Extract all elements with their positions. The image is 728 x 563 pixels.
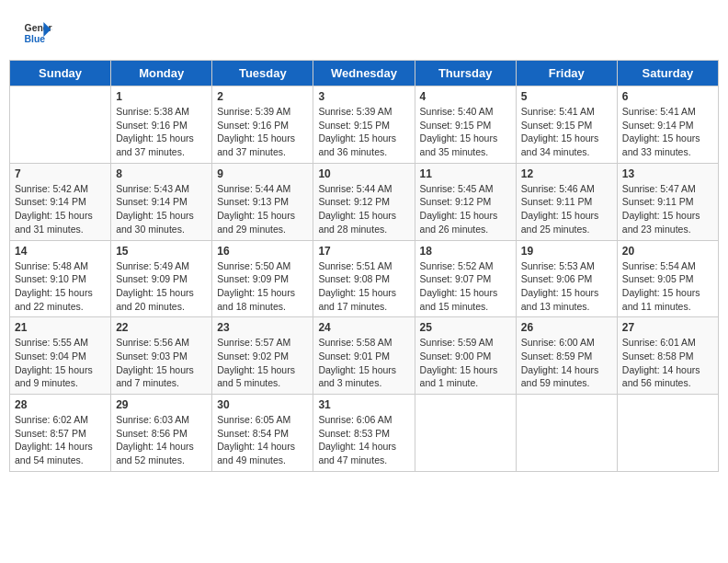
calendar-cell: 21Sunrise: 5:55 AM Sunset: 9:04 PM Dayli… (10, 317, 111, 395)
day-number: 17 (318, 245, 409, 258)
calendar-cell: 24Sunrise: 5:58 AM Sunset: 9:01 PM Dayli… (313, 317, 415, 395)
calendar-cell: 14Sunrise: 5:48 AM Sunset: 9:10 PM Dayli… (10, 240, 111, 317)
day-number: 1 (116, 90, 207, 103)
calendar-cell: 19Sunrise: 5:53 AM Sunset: 9:06 PM Dayli… (516, 240, 617, 317)
calendar-cell: 27Sunrise: 6:01 AM Sunset: 8:58 PM Dayli… (617, 317, 718, 395)
calendar-cell: 13Sunrise: 5:47 AM Sunset: 9:11 PM Dayli… (617, 163, 718, 240)
svg-text:Blue: Blue (25, 34, 46, 44)
day-info: Sunrise: 5:43 AM Sunset: 9:14 PM Dayligh… (116, 182, 207, 236)
day-number: 20 (622, 245, 713, 258)
day-number: 26 (521, 321, 612, 334)
day-number: 22 (116, 321, 207, 334)
day-info: Sunrise: 5:59 AM Sunset: 9:00 PM Dayligh… (420, 336, 511, 390)
day-info: Sunrise: 6:05 AM Sunset: 8:54 PM Dayligh… (217, 413, 308, 467)
day-info: Sunrise: 5:50 AM Sunset: 9:09 PM Dayligh… (217, 259, 308, 314)
calendar-cell: 8Sunrise: 5:43 AM Sunset: 9:14 PM Daylig… (111, 163, 212, 240)
day-info: Sunrise: 5:38 AM Sunset: 9:16 PM Dayligh… (116, 105, 207, 159)
calendar-cell: 31Sunrise: 6:06 AM Sunset: 8:53 PM Dayli… (313, 395, 415, 472)
day-number: 9 (217, 167, 308, 180)
page-header: General Blue (9, 9, 719, 52)
weekday-header: Thursday (415, 61, 516, 86)
calendar-cell: 6Sunrise: 5:41 AM Sunset: 9:14 PM Daylig… (617, 86, 718, 164)
day-number: 2 (217, 90, 308, 103)
day-number: 18 (420, 245, 511, 258)
calendar-week-row: 28Sunrise: 6:02 AM Sunset: 8:57 PM Dayli… (10, 395, 719, 472)
calendar-cell (516, 395, 617, 472)
day-number: 8 (116, 167, 207, 180)
calendar-cell: 1Sunrise: 5:38 AM Sunset: 9:16 PM Daylig… (111, 86, 212, 164)
calendar-cell: 4Sunrise: 5:40 AM Sunset: 9:15 PM Daylig… (415, 86, 516, 164)
weekday-header: Saturday (617, 61, 718, 86)
day-info: Sunrise: 5:49 AM Sunset: 9:09 PM Dayligh… (116, 259, 207, 314)
calendar-cell: 18Sunrise: 5:52 AM Sunset: 9:07 PM Dayli… (415, 240, 516, 317)
day-number: 21 (15, 321, 106, 334)
calendar-week-row: 1Sunrise: 5:38 AM Sunset: 9:16 PM Daylig… (10, 86, 719, 164)
day-number: 5 (521, 90, 612, 103)
calendar-cell: 3Sunrise: 5:39 AM Sunset: 9:15 PM Daylig… (313, 86, 415, 164)
day-number: 14 (15, 245, 106, 258)
day-info: Sunrise: 5:41 AM Sunset: 9:14 PM Dayligh… (622, 105, 713, 159)
day-info: Sunrise: 5:55 AM Sunset: 9:04 PM Dayligh… (15, 336, 106, 390)
calendar-cell: 25Sunrise: 5:59 AM Sunset: 9:00 PM Dayli… (415, 317, 516, 395)
day-number: 15 (116, 245, 207, 258)
weekday-header: Friday (516, 61, 617, 86)
day-info: Sunrise: 5:52 AM Sunset: 9:07 PM Dayligh… (420, 259, 511, 314)
weekday-header: Tuesday (212, 61, 313, 86)
day-info: Sunrise: 5:48 AM Sunset: 9:10 PM Dayligh… (15, 259, 106, 314)
day-number: 11 (420, 167, 511, 180)
day-number: 3 (318, 90, 409, 103)
day-info: Sunrise: 6:01 AM Sunset: 8:58 PM Dayligh… (622, 336, 713, 390)
logo-icon: General Blue (23, 18, 52, 48)
day-info: Sunrise: 5:44 AM Sunset: 9:12 PM Dayligh… (318, 182, 409, 236)
day-number: 7 (15, 167, 106, 180)
weekday-header: Sunday (10, 61, 111, 86)
weekday-header-row: SundayMondayTuesdayWednesdayThursdayFrid… (10, 61, 719, 86)
day-info: Sunrise: 5:47 AM Sunset: 9:11 PM Dayligh… (622, 182, 713, 236)
day-number: 10 (318, 167, 409, 180)
calendar-cell: 2Sunrise: 5:39 AM Sunset: 9:16 PM Daylig… (212, 86, 313, 164)
calendar-week-row: 7Sunrise: 5:42 AM Sunset: 9:14 PM Daylig… (10, 163, 719, 240)
day-info: Sunrise: 5:54 AM Sunset: 9:05 PM Dayligh… (622, 259, 713, 314)
day-info: Sunrise: 6:00 AM Sunset: 8:59 PM Dayligh… (521, 336, 612, 390)
calendar-cell: 26Sunrise: 6:00 AM Sunset: 8:59 PM Dayli… (516, 317, 617, 395)
calendar-cell: 30Sunrise: 6:05 AM Sunset: 8:54 PM Dayli… (212, 395, 313, 472)
calendar-cell: 29Sunrise: 6:03 AM Sunset: 8:56 PM Dayli… (111, 395, 212, 472)
day-info: Sunrise: 5:46 AM Sunset: 9:11 PM Dayligh… (521, 182, 612, 236)
day-number: 16 (217, 245, 308, 258)
day-info: Sunrise: 5:57 AM Sunset: 9:02 PM Dayligh… (217, 336, 308, 390)
calendar-week-row: 21Sunrise: 5:55 AM Sunset: 9:04 PM Dayli… (10, 317, 719, 395)
calendar-cell: 9Sunrise: 5:44 AM Sunset: 9:13 PM Daylig… (212, 163, 313, 240)
day-number: 31 (318, 398, 409, 411)
calendar-cell (10, 86, 111, 164)
calendar-cell: 16Sunrise: 5:50 AM Sunset: 9:09 PM Dayli… (212, 240, 313, 317)
day-info: Sunrise: 6:03 AM Sunset: 8:56 PM Dayligh… (116, 413, 207, 467)
logo: General Blue (23, 18, 52, 48)
day-number: 4 (420, 90, 511, 103)
day-number: 28 (15, 398, 106, 411)
calendar-cell: 22Sunrise: 5:56 AM Sunset: 9:03 PM Dayli… (111, 317, 212, 395)
calendar-cell: 11Sunrise: 5:45 AM Sunset: 9:12 PM Dayli… (415, 163, 516, 240)
day-number: 27 (622, 321, 713, 334)
weekday-header: Wednesday (313, 61, 415, 86)
calendar-cell: 28Sunrise: 6:02 AM Sunset: 8:57 PM Dayli… (10, 395, 111, 472)
calendar-cell: 5Sunrise: 5:41 AM Sunset: 9:15 PM Daylig… (516, 86, 617, 164)
calendar-cell: 20Sunrise: 5:54 AM Sunset: 9:05 PM Dayli… (617, 240, 718, 317)
day-info: Sunrise: 5:58 AM Sunset: 9:01 PM Dayligh… (318, 336, 409, 390)
calendar-cell (415, 395, 516, 472)
weekday-header: Monday (111, 61, 212, 86)
day-info: Sunrise: 5:42 AM Sunset: 9:14 PM Dayligh… (15, 182, 106, 236)
day-number: 29 (116, 398, 207, 411)
day-number: 23 (217, 321, 308, 334)
day-number: 12 (521, 167, 612, 180)
calendar-cell: 10Sunrise: 5:44 AM Sunset: 9:12 PM Dayli… (313, 163, 415, 240)
calendar-week-row: 14Sunrise: 5:48 AM Sunset: 9:10 PM Dayli… (10, 240, 719, 317)
day-info: Sunrise: 5:45 AM Sunset: 9:12 PM Dayligh… (420, 182, 511, 236)
calendar-cell: 23Sunrise: 5:57 AM Sunset: 9:02 PM Dayli… (212, 317, 313, 395)
day-number: 13 (622, 167, 713, 180)
day-info: Sunrise: 5:39 AM Sunset: 9:15 PM Dayligh… (318, 105, 409, 159)
calendar-table: SundayMondayTuesdayWednesdayThursdayFrid… (9, 60, 719, 472)
day-number: 30 (217, 398, 308, 411)
day-info: Sunrise: 5:51 AM Sunset: 9:08 PM Dayligh… (318, 259, 409, 314)
calendar-cell: 7Sunrise: 5:42 AM Sunset: 9:14 PM Daylig… (10, 163, 111, 240)
calendar-cell: 12Sunrise: 5:46 AM Sunset: 9:11 PM Dayli… (516, 163, 617, 240)
